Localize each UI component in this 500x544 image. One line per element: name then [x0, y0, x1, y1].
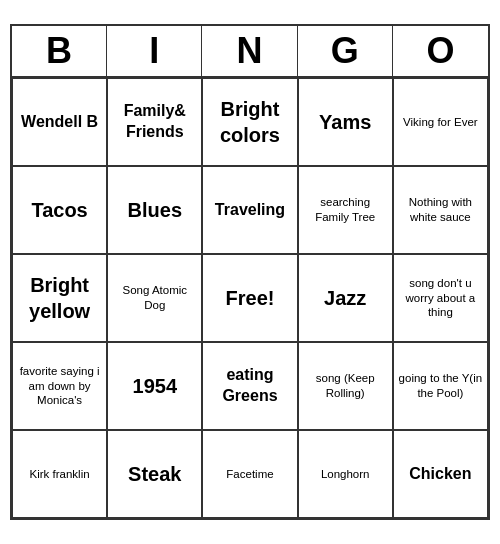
- bingo-cell: Bright colors: [202, 78, 297, 166]
- bingo-cell: Steak: [107, 430, 202, 518]
- header-letter: G: [298, 26, 393, 76]
- bingo-cell: Blues: [107, 166, 202, 254]
- bingo-cell: Traveling: [202, 166, 297, 254]
- bingo-header: BINGO: [12, 26, 488, 78]
- bingo-cell: Family& Friends: [107, 78, 202, 166]
- bingo-cell: searching Family Tree: [298, 166, 393, 254]
- bingo-cell: Kirk franklin: [12, 430, 107, 518]
- header-letter: O: [393, 26, 488, 76]
- bingo-cell: Nothing with white sauce: [393, 166, 488, 254]
- bingo-cell: song (Keep Rolling): [298, 342, 393, 430]
- bingo-cell: Chicken: [393, 430, 488, 518]
- bingo-cell: Wendell B: [12, 78, 107, 166]
- bingo-cell: Song Atomic Dog: [107, 254, 202, 342]
- bingo-cell: 1954: [107, 342, 202, 430]
- bingo-cell: song don't u worry about a thing: [393, 254, 488, 342]
- bingo-cell: Bright yellow: [12, 254, 107, 342]
- header-letter: I: [107, 26, 202, 76]
- bingo-cell: Jazz: [298, 254, 393, 342]
- header-letter: B: [12, 26, 107, 76]
- bingo-cell: Longhorn: [298, 430, 393, 518]
- bingo-grid: Wendell BFamily& FriendsBright colorsYam…: [12, 78, 488, 518]
- bingo-cell: Yams: [298, 78, 393, 166]
- bingo-cell: Viking for Ever: [393, 78, 488, 166]
- bingo-cell: Free!: [202, 254, 297, 342]
- bingo-cell: Facetime: [202, 430, 297, 518]
- bingo-card: BINGO Wendell BFamily& FriendsBright col…: [10, 24, 490, 520]
- header-letter: N: [202, 26, 297, 76]
- bingo-cell: Tacos: [12, 166, 107, 254]
- bingo-cell: going to the Y(in the Pool): [393, 342, 488, 430]
- bingo-cell: eating Greens: [202, 342, 297, 430]
- bingo-cell: favorite saying i am down by Monica's: [12, 342, 107, 430]
